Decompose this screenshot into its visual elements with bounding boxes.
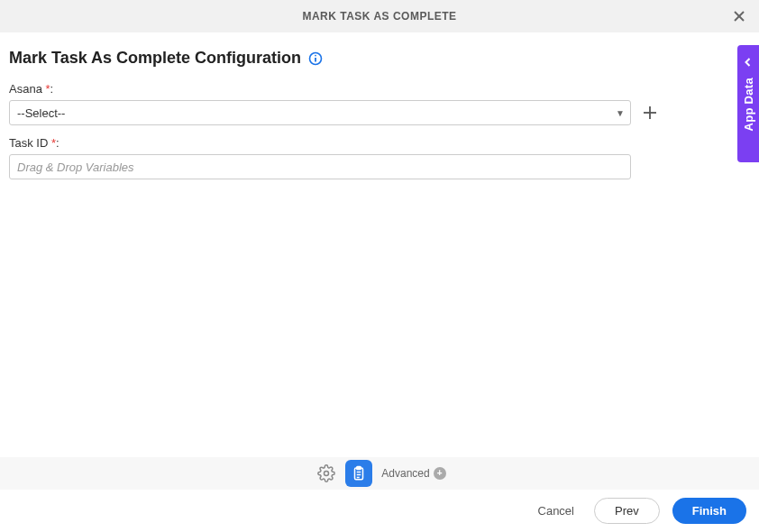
task-id-label-text: Task ID bbox=[9, 136, 51, 150]
cancel-button[interactable]: Cancel bbox=[531, 499, 581, 523]
asana-selected-value: --Select-- bbox=[17, 106, 65, 120]
settings-button[interactable] bbox=[313, 460, 340, 487]
asana-label: Asana *: bbox=[9, 82, 750, 96]
advanced-toggle[interactable]: Advanced + bbox=[381, 467, 445, 480]
chevron-left-icon bbox=[744, 54, 753, 70]
finish-button[interactable]: Finish bbox=[672, 498, 746, 524]
page-title-row: Mark Task As Complete Configuration bbox=[9, 49, 750, 68]
asana-label-suffix: : bbox=[50, 82, 54, 96]
svg-point-7 bbox=[325, 472, 329, 476]
content-area: Mark Task As Complete Configuration Asan… bbox=[0, 32, 759, 179]
task-id-label: Task ID *: bbox=[9, 136, 750, 150]
footer-actions: Cancel Prev Finish bbox=[0, 490, 759, 532]
header-bar: MARK TASK AS COMPLETE bbox=[0, 0, 759, 32]
asana-select[interactable]: --Select-- ▼ bbox=[9, 100, 631, 125]
field-task-id: Task ID *: bbox=[9, 136, 750, 179]
clipboard-button[interactable] bbox=[345, 460, 372, 487]
chevron-down-icon: ▼ bbox=[616, 108, 625, 118]
svg-rect-9 bbox=[357, 467, 361, 470]
add-connection-button[interactable] bbox=[640, 103, 660, 123]
task-id-input[interactable] bbox=[9, 154, 631, 179]
task-id-label-suffix: : bbox=[56, 136, 59, 150]
info-icon[interactable] bbox=[308, 51, 323, 66]
field-asana: Asana *: --Select-- ▼ bbox=[9, 82, 750, 125]
gear-icon bbox=[317, 464, 335, 482]
app-data-label: App Data bbox=[742, 78, 755, 131]
header-title: MARK TASK AS COMPLETE bbox=[302, 10, 456, 23]
bottom-toolbar: Advanced + bbox=[0, 457, 759, 490]
plus-icon bbox=[642, 105, 658, 121]
clipboard-icon bbox=[351, 465, 367, 482]
asana-label-text: Asana bbox=[9, 82, 45, 96]
svg-point-4 bbox=[315, 54, 316, 56]
app-data-panel-toggle[interactable]: App Data bbox=[737, 45, 759, 162]
plus-circle-icon: + bbox=[434, 467, 446, 480]
close-button[interactable] bbox=[730, 7, 748, 25]
prev-button[interactable]: Prev bbox=[594, 498, 660, 524]
asana-field-row: --Select-- ▼ bbox=[9, 100, 750, 125]
page-title: Mark Task As Complete Configuration bbox=[9, 49, 301, 68]
close-icon bbox=[732, 9, 746, 23]
advanced-label-text: Advanced bbox=[381, 467, 429, 480]
